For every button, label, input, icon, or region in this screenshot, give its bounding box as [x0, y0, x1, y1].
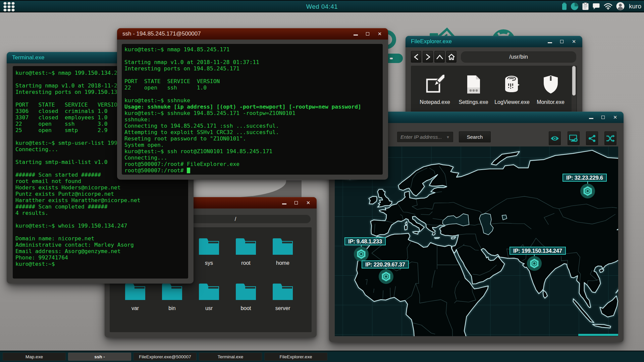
username: kuro: [629, 3, 641, 10]
folder-item[interactable]: root: [227, 237, 264, 282]
taskbar-button[interactable]: FileExplorer.exe@500007: [133, 353, 197, 361]
close-button[interactable]: ✕: [305, 197, 312, 208]
window-title: Terminal.exe: [12, 54, 44, 61]
minimize-icon: [548, 42, 552, 43]
folder-item[interactable]: server: [264, 282, 301, 327]
folder-item[interactable]: sys: [191, 237, 227, 282]
folder-item[interactable]: var: [117, 282, 154, 327]
minimize-button[interactable]: [280, 197, 288, 208]
ip-label[interactable]: IP: 220.29.67.37: [362, 260, 409, 268]
path-bar[interactable]: /usr/bin: [461, 51, 576, 63]
home-button[interactable]: [446, 51, 457, 63]
local-explorer-titlebar[interactable]: FileExplorer.exe ✕: [406, 36, 582, 47]
back-icon: [413, 54, 419, 60]
folder-label: sys: [205, 260, 213, 266]
ip-address-input[interactable]: Enter IP address... ▼: [397, 132, 453, 142]
share-button[interactable]: [586, 131, 598, 145]
node-marker[interactable]: [527, 256, 542, 273]
terminal-line: [124, 53, 380, 59]
folder-label: home: [276, 260, 289, 266]
add-computer-button[interactable]: [568, 131, 580, 145]
folder-item[interactable]: usr: [191, 282, 227, 327]
minimize-icon: [589, 118, 593, 119]
ssh-titlebar[interactable]: ssh - 194.85.245.171@500007 ✕: [117, 28, 388, 40]
label-dash: [390, 58, 393, 59]
clipboard-icon[interactable]: [582, 2, 589, 10]
shuffle-icon: [606, 135, 615, 142]
taskbar-button[interactable]: Map.exe: [3, 353, 66, 361]
window-title: FileExplorer.exe: [411, 38, 452, 45]
user-avatar-icon[interactable]: [616, 2, 625, 10]
ip-label[interactable]: IP: 9.48.1.233: [344, 237, 386, 245]
clock: Wed 04:41: [0, 3, 644, 10]
folder-item[interactable]: bin: [154, 282, 191, 327]
maximize-button[interactable]: [364, 28, 371, 40]
usage-pie-icon[interactable]: [571, 2, 579, 10]
maximize-icon: [366, 32, 369, 36]
terminal-line: root@500007:/root# FileExplorer.exe: [124, 161, 380, 167]
terminal-line: 4 results.: [15, 210, 185, 216]
terminal-line: [15, 229, 185, 235]
close-button[interactable]: ✕: [611, 112, 619, 123]
terminal-line: Email address: Asorg@genzyme.net: [15, 248, 185, 254]
terminal-line: Connecting...: [124, 155, 380, 161]
minimize-button[interactable]: [352, 28, 359, 40]
maximize-button[interactable]: [292, 197, 300, 208]
path-text: /usr/bin: [509, 54, 528, 60]
folder-icon: [198, 237, 220, 255]
node-marker[interactable]: [378, 269, 394, 286]
terminal-line: Phone: 992741764: [15, 254, 185, 261]
terminal-line: Puntz exists Puntz@nicorpe.net: [15, 191, 185, 197]
back-button[interactable]: [411, 51, 421, 63]
eye-button[interactable]: [549, 131, 561, 145]
chat-icon[interactable]: [592, 3, 600, 10]
ip-label[interactable]: IP: 199.150.134.247: [509, 247, 566, 255]
search-button[interactable]: Search: [459, 131, 491, 142]
forward-button[interactable]: [423, 51, 433, 63]
share-icon: [588, 135, 596, 142]
file-label: Monitor.exe: [537, 99, 565, 105]
terminal-line: kuro@test:~$ whois 199.150.134.247: [15, 223, 185, 229]
scrollbar-thumb[interactable]: [572, 66, 576, 96]
folder-label: boot: [240, 305, 251, 311]
folder-icon: [272, 237, 293, 255]
close-button[interactable]: ✕: [376, 28, 383, 40]
file-icon: [503, 75, 521, 96]
minimize-button[interactable]: [587, 112, 595, 123]
up-button[interactable]: [434, 51, 445, 63]
folder-icon: [235, 237, 257, 255]
desktop: { "colors": { "accent_teal": "#2fd2c9", …: [0, 0, 644, 362]
folder-icon: [161, 282, 183, 300]
shuffle-button[interactable]: [604, 131, 616, 145]
file-item[interactable]: Notepad.exe: [416, 75, 454, 105]
terminal-line: Hoders exists Hoders@nicorpe.net: [15, 184, 185, 191]
battery-icon[interactable]: [562, 3, 567, 10]
terminal-line: Attempting to exploit SSHv1 CRC32 ...suc…: [124, 129, 380, 135]
ssh-window[interactable]: ssh - 194.85.245.171@500007 ✕ kuro@test:…: [117, 28, 388, 180]
file-item[interactable]: LogViewer.exe: [493, 75, 531, 105]
wifi-icon[interactable]: [604, 3, 612, 10]
ip-label[interactable]: IP: 32.23.229.6: [562, 174, 607, 182]
close-button[interactable]: ✕: [570, 36, 578, 47]
taskbar-button[interactable]: FileExplorer.exe: [264, 353, 327, 361]
taskbar-button[interactable]: Terminal.exe: [199, 353, 262, 361]
minimize-button[interactable]: [546, 36, 553, 47]
node-marker[interactable]: [580, 183, 595, 200]
local-explorer-window[interactable]: FileExplorer.exe ✕ /usr/bin: [406, 36, 582, 116]
folder-item[interactable]: boot: [227, 282, 264, 327]
file-label: Notepad.exe: [420, 99, 450, 105]
map-horizontal-scrollbar[interactable]: [578, 334, 618, 336]
terminal-line: sshnuke:: [124, 116, 380, 123]
file-item[interactable]: Monitor.exe: [531, 75, 570, 105]
folder-item[interactable]: home: [264, 237, 301, 282]
local-file-area[interactable]: Notepad.exe Settings.exe LogViewer.exe: [411, 66, 577, 116]
ssh-terminal-output[interactable]: kuro@test:~$ nmap 194.85.245.171Starting…: [122, 44, 383, 175]
terminal-line: Interesting ports on 194.85.245.171: [124, 65, 380, 72]
maximize-button[interactable]: [599, 112, 607, 123]
terminal-line: kuro@test:~$ sshnuke 194.85.245.171 -roo…: [124, 110, 380, 116]
maximize-button[interactable]: [558, 36, 566, 47]
file-item[interactable]: Settings.exe: [454, 75, 493, 105]
taskbar-button[interactable]: ssh -: [68, 353, 131, 361]
terminal-line: PORT STATE SERVICE VERSION: [124, 78, 380, 84]
hexagon-node-icon: [527, 256, 542, 271]
